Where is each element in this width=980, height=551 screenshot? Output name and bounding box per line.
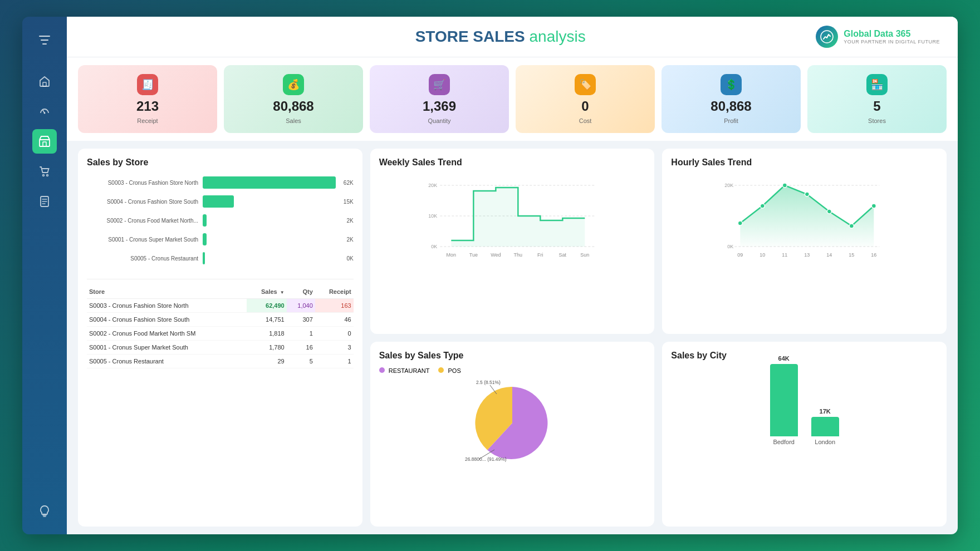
bar-fill-1 bbox=[203, 195, 234, 208]
weekly-chart-svg: 20K 10K 0K Mon Tue Wed Thu Fri S bbox=[379, 174, 646, 260]
kpi-profit-label: Profit bbox=[724, 117, 738, 124]
kpi-receipt: 🧾 213 Receipt bbox=[78, 65, 217, 133]
city-bar-bedford: 64K Bedford bbox=[770, 355, 798, 445]
kpi-stores-icon: 🏪 bbox=[866, 74, 888, 95]
td-receipt: 46 bbox=[315, 313, 354, 327]
kpi-profit-icon: 💲 bbox=[721, 74, 742, 95]
table-row: S0001 - Cronus Super Market South 1,780 … bbox=[87, 341, 354, 355]
bar-fill-4 bbox=[203, 252, 205, 264]
bar-label-4: S0005 - Cronus Restaurant bbox=[87, 255, 198, 262]
svg-text:Mon: Mon bbox=[446, 252, 456, 258]
city-chart: 64K Bedford 17K London bbox=[671, 367, 938, 513]
sidebar bbox=[22, 17, 67, 534]
sidebar-icon-bulb[interactable] bbox=[32, 499, 57, 523]
kpi-sales: 💰 80,868 Sales bbox=[224, 65, 363, 133]
city-val-london: 17K bbox=[820, 408, 831, 415]
kpi-cost-value: 0 bbox=[581, 99, 589, 114]
kpi-stores-value: 5 bbox=[873, 99, 880, 114]
td-receipt: 0 bbox=[315, 327, 354, 341]
svg-point-31 bbox=[827, 209, 832, 214]
sidebar-icon-reports[interactable] bbox=[32, 189, 57, 214]
kpi-receipt-value: 213 bbox=[136, 99, 159, 114]
td-store: S0005 - Cronus Restaurant bbox=[87, 355, 247, 368]
td-sales: 29 bbox=[247, 355, 287, 368]
svg-point-27 bbox=[738, 221, 743, 225]
brand-icon bbox=[816, 26, 838, 48]
kpi-quantity-icon: 🛒 bbox=[429, 74, 450, 95]
svg-text:26.8800... (91.49%): 26.8800... (91.49%) bbox=[465, 456, 507, 462]
svg-text:Tue: Tue bbox=[469, 252, 477, 258]
legend-dot-pos bbox=[438, 367, 444, 373]
svg-text:2.5 (8.51%): 2.5 (8.51%) bbox=[476, 380, 501, 385]
panel-hourly-trend: Hourly Sales Trend 20K 0K bbox=[662, 149, 947, 334]
hourly-chart-svg: 20K 0K bbox=[671, 174, 938, 260]
table-row: S0003 - Cronus Fashion Store North 62,49… bbox=[87, 299, 354, 313]
svg-text:Thu: Thu bbox=[513, 252, 522, 258]
sidebar-icon-store[interactable] bbox=[32, 129, 57, 154]
sidebar-icon-home[interactable] bbox=[32, 69, 57, 94]
bar-row-2: S0002 - Cronus Food Market North... 2K bbox=[87, 214, 354, 227]
city-bar-london: 17K London bbox=[811, 408, 839, 445]
sidebar-icon-speedometer[interactable] bbox=[32, 99, 57, 124]
dashboard-grid: Sales by Store S0003 - Cronus Fashion St… bbox=[67, 141, 958, 534]
city-bar-fill-london bbox=[811, 417, 839, 436]
svg-text:0K: 0K bbox=[431, 244, 437, 249]
weekly-title: Weekly Sales Trend bbox=[379, 158, 646, 168]
bar-label-0: S0003 - Cronus Fashion Store North bbox=[87, 180, 198, 186]
col-sales[interactable]: Sales ▼ bbox=[247, 285, 287, 299]
td-receipt: 3 bbox=[315, 341, 354, 355]
legend-restaurant: RESTAURANT bbox=[379, 367, 430, 374]
bar-value-0: 62K bbox=[344, 180, 354, 186]
kpi-cost: 🏷️ 0 Cost bbox=[516, 65, 655, 133]
kpi-quantity: 🛒 1,369 Quantity bbox=[370, 65, 509, 133]
brand-text: Global Data 365 YOUR PARTNER IN DIGITAL … bbox=[844, 29, 940, 45]
bar-container-3 bbox=[203, 233, 339, 245]
bar-value-2: 2K bbox=[346, 218, 353, 224]
kpi-quantity-value: 1,369 bbox=[423, 99, 456, 114]
kpi-cost-icon: 🏷️ bbox=[575, 74, 596, 95]
td-sales: 62,490 bbox=[247, 299, 287, 313]
svg-rect-0 bbox=[43, 82, 46, 86]
city-bars: 64K Bedford 17K London bbox=[671, 367, 938, 445]
svg-text:20K: 20K bbox=[428, 183, 437, 188]
table-row: S0004 - Cronus Fashion Store South 14,75… bbox=[87, 313, 354, 327]
svg-text:13: 13 bbox=[805, 252, 810, 258]
svg-text:10K: 10K bbox=[428, 213, 437, 219]
td-qty: 5 bbox=[287, 355, 315, 368]
svg-rect-2 bbox=[40, 140, 50, 146]
panel-weekly-trend: Weekly Sales Trend 20K 10K 0K bbox=[370, 149, 655, 334]
pie-legend: RESTAURANT POS bbox=[379, 367, 646, 374]
td-sales: 14,751 bbox=[247, 313, 287, 327]
bar-label-3: S0001 - Cronus Super Market South bbox=[87, 237, 198, 243]
sidebar-icon-filter[interactable] bbox=[32, 28, 57, 52]
main-content: STORE SALES analysis Global Data 365 YOU… bbox=[67, 17, 958, 534]
table-row: S0002 - Cronus Food Market North SM 1,81… bbox=[87, 327, 354, 341]
svg-text:20K: 20K bbox=[725, 183, 734, 188]
svg-text:10: 10 bbox=[760, 252, 766, 258]
kpi-profit: 💲 80,868 Profit bbox=[661, 65, 801, 133]
sidebar-icon-shopping[interactable] bbox=[32, 159, 57, 184]
svg-point-5 bbox=[47, 175, 48, 176]
bar-container-0 bbox=[203, 176, 336, 189]
svg-text:15: 15 bbox=[849, 252, 855, 258]
kpi-sales-value: 80,868 bbox=[273, 99, 313, 114]
svg-text:09: 09 bbox=[738, 252, 743, 258]
bar-container-1 bbox=[203, 195, 336, 208]
bar-fill-0 bbox=[203, 176, 336, 189]
col-qty: Qty bbox=[287, 285, 315, 299]
panel-sales-type: Sales by Sales Type RESTAURANT POS bbox=[370, 342, 655, 527]
svg-point-29 bbox=[783, 183, 787, 188]
city-title: Sales by City bbox=[671, 351, 938, 361]
kpi-sales-label: Sales bbox=[286, 117, 301, 124]
svg-text:11: 11 bbox=[782, 252, 788, 258]
bar-row-3: S0001 - Cronus Super Market South 2K bbox=[87, 233, 354, 245]
panel-sales-by-store: Sales by Store S0003 - Cronus Fashion St… bbox=[78, 149, 362, 527]
td-receipt: 1 bbox=[315, 355, 354, 368]
td-sales: 1,780 bbox=[247, 341, 287, 355]
bar-fill-3 bbox=[203, 233, 207, 245]
bar-value-3: 2K bbox=[346, 237, 353, 243]
kpi-profit-value: 80,868 bbox=[710, 99, 751, 114]
svg-point-30 bbox=[805, 192, 810, 196]
brand-logo: Global Data 365 YOUR PARTNER IN DIGITAL … bbox=[816, 26, 940, 48]
svg-point-1 bbox=[44, 112, 46, 114]
